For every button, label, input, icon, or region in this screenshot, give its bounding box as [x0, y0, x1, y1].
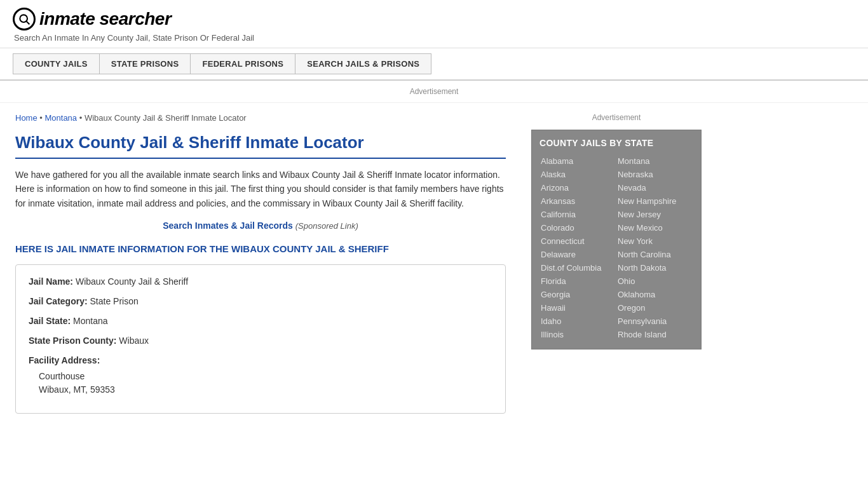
state-link[interactable]: Arizona	[539, 181, 616, 194]
jail-name-label: Jail Name:	[29, 276, 73, 287]
state-link[interactable]: Florida	[539, 274, 616, 288]
breadcrumb-home[interactable]: Home	[15, 113, 37, 123]
jail-address-details: Courthouse Wibaux, MT, 59353	[29, 370, 492, 396]
state-link[interactable]: Connecticut	[539, 234, 616, 248]
jail-county-row: State Prison County: Wibaux	[29, 334, 492, 348]
state-link[interactable]: Oklahoma	[616, 288, 693, 301]
state-link[interactable]: New Mexico	[616, 221, 693, 234]
svg-point-0	[20, 15, 27, 22]
state-link[interactable]: Alabama	[539, 154, 616, 168]
state-link[interactable]: Dist.of Columbia	[539, 261, 616, 274]
state-link[interactable]: Alaska	[539, 168, 616, 181]
state-link[interactable]: Nebraska	[616, 168, 693, 181]
state-link[interactable]: Hawaii	[539, 301, 616, 315]
jail-address-line1: Courthouse	[39, 370, 492, 383]
jail-address-line2: Wibaux, MT, 59353	[39, 383, 492, 396]
breadcrumb-state[interactable]: Montana	[44, 113, 77, 123]
state-link[interactable]: Colorado	[539, 221, 616, 234]
jail-county-val: Wibaux	[119, 336, 149, 346]
state-link[interactable]: New Hampshire	[616, 194, 693, 208]
state-link[interactable]: Montana	[616, 154, 693, 168]
state-link[interactable]: Ohio	[616, 274, 693, 288]
state-col-2: MontanaNebraskaNevadaNew HampshireNew Je…	[616, 154, 693, 341]
nav-bar: COUNTY JAILS STATE PRISONS FEDERAL PRISO…	[0, 48, 868, 81]
logo-icon	[13, 8, 36, 30]
jail-info-heading: HERE IS JAIL INMATE INFORMATION FOR THE …	[15, 243, 506, 254]
state-link[interactable]: North Dakota	[616, 261, 693, 274]
nav-state-prisons[interactable]: STATE PRISONS	[99, 53, 191, 74]
jail-address-label: Facility Address:	[29, 355, 100, 365]
state-col-1: AlabamaAlaskaArizonaArkansasCaliforniaCo…	[539, 154, 616, 341]
search-link-area: Search Inmates & Jail Records (Sponsored…	[15, 220, 506, 231]
state-link[interactable]: Nevada	[616, 181, 693, 194]
sponsored-text: (Sponsored Link)	[295, 221, 358, 231]
state-link[interactable]: Arkansas	[539, 194, 616, 208]
ad-banner: Advertisement	[0, 81, 868, 103]
info-box: Jail Name: Wibaux County Jail & Sheriff …	[15, 264, 506, 414]
description: We have gathered for you all the availab…	[15, 168, 506, 210]
ad-sidebar: Advertisement	[531, 113, 702, 122]
jail-state-val: Montana	[73, 316, 107, 326]
jail-category-row: Jail Category: State Prison	[29, 295, 492, 308]
state-link[interactable]: North Carolina	[616, 248, 693, 261]
tagline: Search An Inmate In Any County Jail, Sta…	[14, 33, 855, 43]
state-columns: AlabamaAlaskaArizonaArkansasCaliforniaCo…	[539, 154, 693, 341]
state-link[interactable]: Rhode Island	[616, 328, 693, 341]
nav-search[interactable]: SEARCH JAILS & PRISONS	[295, 53, 431, 74]
jail-county-label: State Prison County:	[29, 336, 116, 346]
jail-category-val: State Prison	[90, 296, 138, 306]
sidebar: Advertisement COUNTY JAILS BY STATE Alab…	[521, 103, 712, 424]
nav-federal-prisons[interactable]: FEDERAL PRISONS	[190, 53, 295, 74]
jail-address-row: Facility Address: Courthouse Wibaux, MT,…	[29, 354, 492, 396]
search-inmates-link[interactable]: Search Inmates & Jail Records	[163, 220, 293, 231]
page-title: Wibaux County Jail & Sheriff Inmate Loca…	[15, 133, 506, 159]
county-jails-title: COUNTY JAILS BY STATE	[539, 138, 693, 148]
state-link[interactable]: Oregon	[616, 301, 693, 315]
breadcrumb-sep2: •	[79, 113, 85, 123]
jail-name-val: Wibaux County Jail & Sheriff	[76, 276, 188, 287]
jail-name-row: Jail Name: Wibaux County Jail & Sheriff	[29, 275, 492, 288]
breadcrumb-page: Wibaux County Jail & Sheriff Inmate Loca…	[85, 113, 247, 123]
jail-state-row: Jail State: Montana	[29, 315, 492, 328]
svg-line-1	[27, 22, 30, 25]
logo-area: inmate searcher	[13, 8, 855, 30]
county-jails-box: COUNTY JAILS BY STATE AlabamaAlaskaArizo…	[531, 130, 702, 349]
main-content: Home • Montana • Wibaux County Jail & Sh…	[0, 103, 521, 424]
main-layout: Home • Montana • Wibaux County Jail & Sh…	[0, 103, 868, 424]
state-link[interactable]: Georgia	[539, 288, 616, 301]
breadcrumb: Home • Montana • Wibaux County Jail & Sh…	[15, 113, 506, 123]
logo-text: inmate searcher	[39, 9, 171, 29]
state-link[interactable]: Delaware	[539, 248, 616, 261]
jail-state-label: Jail State:	[29, 316, 71, 326]
jail-category-label: Jail Category:	[29, 296, 88, 306]
state-link[interactable]: New York	[616, 234, 693, 248]
state-link[interactable]: Idaho	[539, 315, 616, 328]
state-link[interactable]: California	[539, 208, 616, 221]
nav-county-jails[interactable]: COUNTY JAILS	[13, 53, 99, 74]
state-link[interactable]: Pennsylvania	[616, 315, 693, 328]
state-link[interactable]: New Jersey	[616, 208, 693, 221]
state-link[interactable]: Illinois	[539, 328, 616, 341]
header: inmate searcher Search An Inmate In Any …	[0, 0, 868, 48]
